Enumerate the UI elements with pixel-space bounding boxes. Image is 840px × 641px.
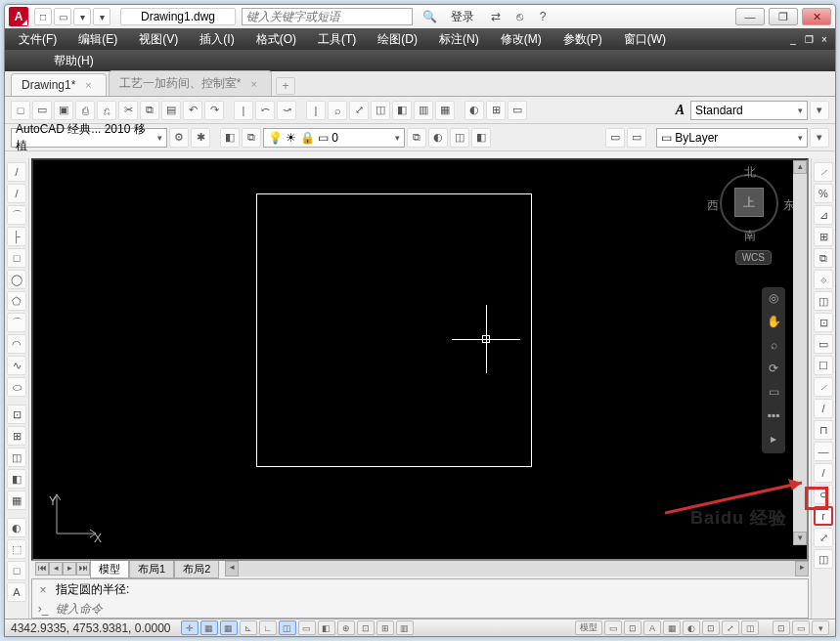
help-icon[interactable]: ? <box>534 8 552 25</box>
toolbar-button-icon[interactable]: | <box>234 101 253 120</box>
toolbar-button-icon[interactable]: ⤢ <box>349 101 369 120</box>
modify-tool-icon[interactable]: ⟋ <box>814 377 833 397</box>
toolbar-button-icon[interactable]: ⎌ <box>97 101 116 120</box>
layer-tool-icon[interactable]: ◫ <box>450 128 469 148</box>
draw-tool-icon[interactable]: A <box>7 582 26 602</box>
qat-save-icon[interactable]: ▾ <box>73 8 91 25</box>
draw-tool-icon[interactable]: / <box>7 184 26 203</box>
status-toggle-icon[interactable]: ▦ <box>220 620 238 635</box>
window-maximize[interactable]: ❐ <box>769 8 798 25</box>
tab-nav-next-icon[interactable]: ▸ <box>63 562 76 576</box>
scroll-down-icon[interactable]: ▾ <box>793 532 807 545</box>
status-toggle-icon[interactable]: ▭ <box>298 620 316 635</box>
command-input[interactable] <box>56 602 804 616</box>
draw-tool-icon[interactable]: ⬚ <box>7 539 26 559</box>
linetype-dropdown[interactable]: ▭ ByLayer <box>656 128 808 148</box>
status-toggle-icon[interactable]: ▦ <box>200 620 218 635</box>
modify-tool-icon[interactable]: ⊞ <box>814 227 833 246</box>
draw-tool-icon[interactable]: □ <box>7 248 26 268</box>
status-tray-icon[interactable]: ⊡ <box>773 620 790 635</box>
new-tab-button[interactable]: + <box>276 77 295 95</box>
status-extra-icon[interactable]: А <box>643 620 661 635</box>
toolbar-button-icon[interactable]: ▭ <box>508 101 527 120</box>
nav-zoom-icon[interactable]: ⌕ <box>765 338 782 356</box>
toolbar-button-icon[interactable]: ↷ <box>204 101 224 120</box>
toolbar-button-icon[interactable]: ⤺ <box>255 101 275 120</box>
status-toggle-icon[interactable]: ⊾ <box>240 620 257 635</box>
modify-tool-icon[interactable]: ⤢ <box>814 528 833 547</box>
draw-tool-icon[interactable]: ◫ <box>7 448 26 467</box>
workspace-dropdown[interactable]: AutoCAD 经典... 2010 移植 <box>11 128 167 148</box>
color-swatch-icon[interactable]: ▭ <box>627 128 646 148</box>
draw-tool-icon[interactable]: ⬠ <box>7 291 26 311</box>
ws-settings-icon[interactable]: ⚙ <box>169 128 189 148</box>
fillet-tool-icon[interactable]: r <box>814 506 833 526</box>
nav-wheel-icon[interactable]: ◎ <box>765 291 782 309</box>
tab-layout1[interactable]: 布局1 <box>129 560 174 578</box>
cloud-icon[interactable]: ⎋ <box>510 8 528 25</box>
style-more-icon[interactable]: ▾ <box>810 101 829 120</box>
toolbar-button-icon[interactable]: ▥ <box>414 101 433 120</box>
draw-tool-icon[interactable]: ⊞ <box>7 426 26 446</box>
status-model-button[interactable]: 模型 <box>575 620 602 635</box>
menu-view[interactable]: 视图(V) <box>133 29 184 50</box>
toolbar-button-icon[interactable]: ⌕ <box>328 101 347 120</box>
window-close[interactable]: ✕ <box>802 8 831 25</box>
modify-tool-icon[interactable]: ⊂ <box>814 485 833 504</box>
cmd-chevron-icon[interactable]: ›_ <box>36 602 50 616</box>
qat-print-icon[interactable]: ▾ <box>93 8 111 25</box>
modify-tool-icon[interactable]: ⊿ <box>814 205 833 225</box>
login-button[interactable]: 登录 <box>444 7 481 27</box>
status-tray-icon[interactable]: ▭ <box>792 620 810 635</box>
modify-tool-icon[interactable]: % <box>814 184 833 203</box>
draw-tool-icon[interactable]: ◯ <box>7 270 26 289</box>
coordinates-readout[interactable]: 4342.9335, 4753.9381, 0.0000 <box>11 621 171 635</box>
layer-dropdown[interactable]: 💡 ☀ 🔒 ▭ 0 <box>263 128 405 148</box>
menu-file[interactable]: 文件(F) <box>13 29 63 50</box>
close-tab-icon[interactable]: × <box>250 78 256 90</box>
modify-tool-icon[interactable]: ◫ <box>814 549 833 569</box>
tab-nav-first-icon[interactable]: ⏮ <box>35 562 49 576</box>
toolbar-button-icon[interactable]: ✂ <box>118 101 138 120</box>
modify-tool-icon[interactable]: ⟋ <box>814 162 833 182</box>
exchange-icon[interactable]: ⇄ <box>487 8 505 25</box>
tab-layout2[interactable]: 布局2 <box>174 560 219 578</box>
menu-edit[interactable]: 编辑(E) <box>72 29 123 50</box>
layer-prop-icon[interactable]: ◧ <box>220 128 240 148</box>
status-extra-icon[interactable]: ⊡ <box>702 620 720 635</box>
draw-tool-icon[interactable]: □ <box>7 561 26 580</box>
status-toggle-icon[interactable]: ∟ <box>259 620 277 635</box>
nav-orbit-icon[interactable]: ⟳ <box>765 362 782 379</box>
scroll-right-icon[interactable]: ▸ <box>795 561 809 577</box>
mdi-close[interactable]: × <box>818 32 831 46</box>
draw-tool-icon[interactable]: ◐ <box>7 518 26 537</box>
close-tab-icon[interactable]: × <box>85 79 91 91</box>
status-extra-icon[interactable]: ◐ <box>683 620 700 635</box>
mdi-minimize[interactable]: _ <box>786 32 800 46</box>
toolbar-button-icon[interactable]: ▣ <box>54 101 73 120</box>
toolbar-button-icon[interactable]: ▭ <box>32 101 52 120</box>
cmd-close-icon[interactable]: × <box>36 583 50 597</box>
nav-more-icon[interactable]: ▪▪▪ <box>765 408 782 426</box>
drawing-canvas[interactable]: YX 上 北 东 南 西 WCS ◎ ✋ ⌕ ⟳ ▭ ▪▪▪ <box>31 158 809 561</box>
color-swatch-icon[interactable]: ▭ <box>605 128 625 148</box>
toolbar-button-icon[interactable]: ▦ <box>435 101 455 120</box>
status-toggle-icon[interactable]: ◫ <box>279 620 296 635</box>
menu-dimension[interactable]: 标注(N) <box>433 29 485 50</box>
modify-tool-icon[interactable]: / <box>814 463 833 483</box>
search-input[interactable] <box>242 8 413 25</box>
text-style-dropdown[interactable]: Standard <box>690 101 808 120</box>
search-icon[interactable]: 🔍 <box>420 8 438 25</box>
layer-tool-icon[interactable]: ◐ <box>428 128 448 148</box>
modify-tool-icon[interactable]: ⟐ <box>814 270 833 289</box>
draw-tool-icon[interactable]: / <box>7 162 26 182</box>
toolbar-button-icon[interactable]: ⊞ <box>486 101 506 120</box>
toolbar-button-icon[interactable]: | <box>306 101 326 120</box>
modify-tool-icon[interactable]: ⊡ <box>814 313 833 332</box>
toolbar-button-icon[interactable]: ↶ <box>183 101 202 120</box>
tab-model[interactable]: 模型 <box>90 560 129 578</box>
status-extra-icon[interactable]: ⊡ <box>624 620 641 635</box>
layer-tool-icon[interactable]: ⧉ <box>407 128 426 148</box>
linetype-icon[interactable]: ▾ <box>810 128 829 148</box>
doc-tab-active[interactable]: Drawing1* × <box>11 73 107 96</box>
